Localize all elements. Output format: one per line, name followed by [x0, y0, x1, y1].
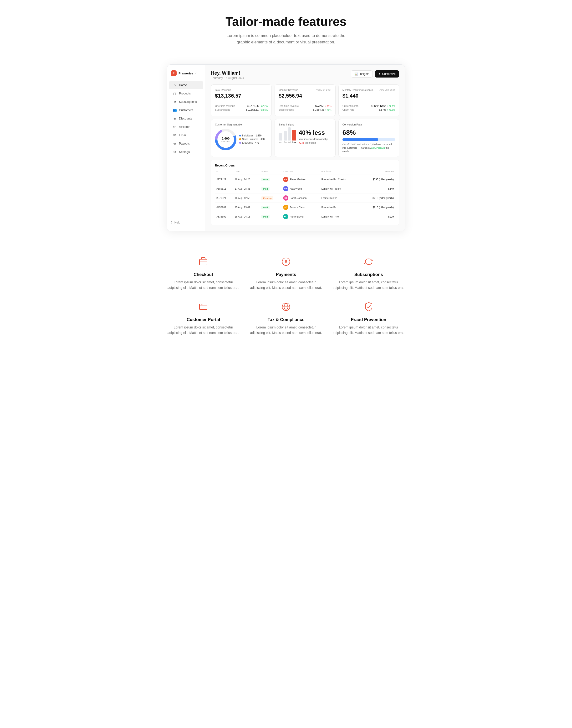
logo-icon: F [171, 70, 176, 76]
tax-icon [281, 302, 291, 312]
main-content: Hey, William! Thursday, 15 August 2024 📊… [205, 65, 405, 231]
legend-item-enterprise: Enterprise 472 [239, 141, 265, 144]
metric-row: Subscriptions $1,984.36 ↑ 43% [279, 108, 331, 111]
cell-customer: EM Elena Martinez [282, 175, 320, 184]
cell-purchased: Framerize Pro [320, 203, 360, 212]
metric-row: Subscriptions $10,658.31 ↑ 23.6% [215, 108, 268, 111]
payments-icon: $ [281, 256, 291, 267]
hero-title: Tailor-made features [9, 14, 563, 28]
cell-revenue: $349 [360, 184, 395, 193]
sidebar-item-label: Affiliates [179, 125, 190, 129]
cell-customer: SJ Sarah Johnson [282, 193, 320, 203]
status-badge: Paid [261, 205, 270, 209]
sidebar-item-discounts[interactable]: ◈ Discounts [169, 115, 203, 123]
insights-button[interactable]: 📊 Insights [351, 70, 373, 77]
cell-status: Pending [260, 193, 281, 203]
cell-date: 15 Aug, 23:47 [233, 203, 260, 212]
tax-icon-wrap [279, 300, 293, 313]
customer-cell: HD Henry David [283, 214, 318, 219]
fraud-icon-wrap [362, 300, 375, 313]
metrics-row: Total Revenue $13,136.57 One-time revenu… [211, 84, 399, 116]
sidebar: F Framerize ◇ ⌂ Home ◻ Products ↻ Subscr… [167, 65, 205, 231]
home-icon: ⌂ [173, 83, 176, 87]
donut-number: 2,600 [221, 137, 230, 140]
customer-cell: AW Alex Wong [283, 186, 318, 191]
sidebar-nav: ⌂ Home ◻ Products ↻ Subscriptions 👥 Cust… [167, 81, 205, 218]
bar-jun: Jun [284, 131, 287, 143]
features-grid-row1: Checkout Lorem ipsum dolor sit amet, con… [167, 255, 405, 291]
sidebar-item-payouts[interactable]: ⊕ Payouts [169, 139, 203, 148]
cell-id: #458962 [215, 203, 233, 212]
feature-tax: Tax & Compliance Lorem ipsum dolor sit a… [249, 300, 323, 336]
charts-row: Customer Segmentation [211, 119, 399, 157]
table-row[interactable]: #589511 17 Aug, 08:36 Paid AW Alex Wong … [215, 184, 395, 193]
sidebar-logo[interactable]: F Framerize ◇ [167, 68, 205, 81]
table-row[interactable]: #336699 15 Aug, 04:16 Paid HD Henry Davi… [215, 212, 395, 221]
bar-chart: May Jun Jul [279, 129, 296, 143]
affiliates-icon: ⟳ [173, 125, 176, 129]
sidebar-item-subscriptions[interactable]: ↻ Subscriptions [169, 98, 203, 106]
payments-title: Payments [249, 272, 323, 277]
cell-customer: AW Alex Wong [282, 184, 320, 193]
logo-text: Framerize [178, 71, 193, 75]
total-revenue-label: Total Revenue [215, 88, 268, 92]
table-row[interactable]: #576321 16 Aug, 12:53 Pending SJ Sarah J… [215, 193, 395, 203]
metric-row: One-time revenue $572.58 ↓ 27% [279, 105, 331, 107]
col-date: Date [233, 170, 260, 175]
conversion-rate-card: Conversion Rate 68% Out of 12,456 total … [339, 119, 399, 157]
products-icon: ◻ [173, 92, 176, 96]
sales-insight-right: 40% less Your revenue decreased by ₹236 … [299, 129, 332, 144]
hero-section: Tailor-made features Lorem ipsum is comm… [0, 0, 572, 55]
recent-orders-title: Recent Orders [215, 164, 395, 167]
discounts-icon: ◈ [173, 117, 176, 120]
sidebar-item-affiliates[interactable]: ⟳ Affiliates [169, 123, 203, 131]
cell-revenue: $336 (billed yearly) [360, 175, 395, 184]
orders-header-row: # Date Status Customer Purchased Revenue [215, 170, 395, 175]
col-customer: Customer [282, 170, 320, 175]
settings-icon: ⚙ [173, 150, 176, 154]
col-id: # [215, 170, 233, 175]
cell-purchased: Landify UI - Team [320, 184, 360, 193]
customer-name: Sarah Johnson [290, 196, 307, 199]
legend-dot-enterprise [239, 142, 241, 143]
sidebar-item-email[interactable]: ✉ Email [169, 131, 203, 139]
help-link[interactable]: ? Help [171, 221, 201, 224]
total-revenue-rows: One-time revenue $2,478.26 ↑ 87.2% Subsc… [215, 102, 268, 111]
avatar: JC [283, 205, 288, 210]
customize-label: Customize [382, 72, 396, 76]
customer-segmentation-card: Customer Segmentation [211, 119, 272, 157]
legend-dot-small-business [239, 138, 241, 140]
customize-icon: ✦ [378, 72, 381, 76]
customer-portal-title: Customer Portal [167, 317, 240, 322]
sidebar-item-settings[interactable]: ⚙ Settings [169, 148, 203, 156]
checkout-desc: Lorem ipsum dolor sit amet, consectetur … [167, 280, 240, 291]
customer-name: Jessica Cielo [290, 206, 305, 209]
col-status: Status [260, 170, 281, 175]
cell-customer: HD Henry David [282, 212, 320, 221]
donut-sublabel: Customers [221, 140, 230, 142]
table-row[interactable]: #458962 15 Aug, 23:47 Paid JC Jessica Ci… [215, 203, 395, 212]
status-badge: Paid [261, 187, 270, 191]
customers-icon: 👥 [173, 108, 176, 112]
bar-jun-fill [284, 131, 287, 140]
cell-id: #576321 [215, 193, 233, 203]
cell-status: Paid [260, 175, 281, 184]
customize-button[interactable]: ✦ Customize [375, 70, 399, 77]
subscriptions-icon [363, 256, 374, 267]
subscriptions-icon: ↻ [173, 100, 176, 104]
avatar: SJ [283, 195, 288, 201]
sidebar-item-customers[interactable]: 👥 Customers [169, 106, 203, 114]
payouts-icon: ⊕ [173, 142, 176, 145]
cell-purchased: Framerize Pro Creator [320, 175, 360, 184]
email-icon: ✉ [173, 133, 176, 137]
sidebar-item-home[interactable]: ⌂ Home [169, 81, 203, 89]
insights-icon: 📊 [354, 72, 358, 76]
tax-desc: Lorem ipsum dolor sit amet, consectetur … [249, 325, 323, 336]
sales-insight-title: Sales Insight [279, 123, 331, 126]
table-row[interactable]: #774422 18 Aug, 14:28 Paid EM Elena Mart… [215, 175, 395, 184]
checkout-icon [198, 256, 209, 267]
customer-portal-desc: Lorem ipsum dolor sit amet, consectetur … [167, 325, 240, 336]
sidebar-item-products[interactable]: ◻ Products [169, 89, 203, 98]
donut-chart: 2,600 Customers [215, 129, 236, 150]
bar-may-fill [279, 133, 282, 140]
